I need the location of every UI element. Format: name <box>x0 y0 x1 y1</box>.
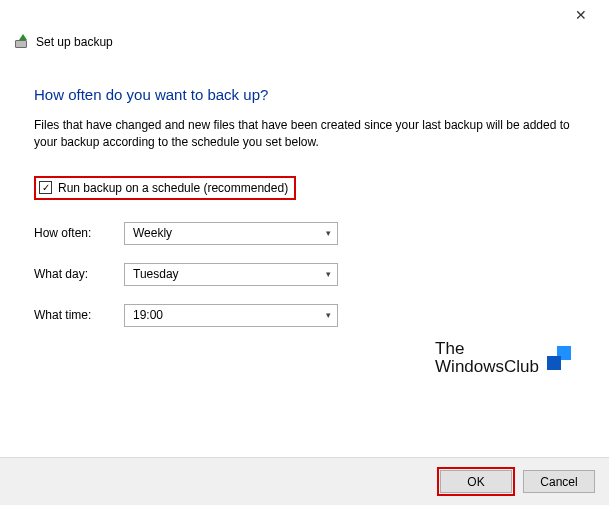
schedule-fields: How often: Weekly ▾ What day: Tuesday ▾ … <box>34 222 575 327</box>
label-how-often: How often: <box>34 226 124 240</box>
schedule-checkbox-label: Run backup on a schedule (recommended) <box>58 181 288 195</box>
select-what-day-value: Tuesday <box>133 267 179 281</box>
page-description: Files that have changed and new files th… <box>34 117 574 152</box>
ok-button-highlight: OK <box>437 467 515 496</box>
dialog-footer: OK Cancel <box>0 457 609 505</box>
select-what-time[interactable]: 19:00 ▾ <box>124 304 338 327</box>
schedule-checkbox[interactable]: ✓ <box>39 181 52 194</box>
chevron-down-icon: ▾ <box>326 310 331 320</box>
watermark-logo-icon <box>547 346 571 370</box>
dialog-body: How often do you want to back up? Files … <box>0 58 609 327</box>
watermark-text: The WindowsClub <box>435 340 539 376</box>
row-what-day: What day: Tuesday ▾ <box>34 263 575 286</box>
cancel-button[interactable]: Cancel <box>523 470 595 493</box>
close-button[interactable]: ✕ <box>561 0 601 30</box>
chevron-down-icon: ▾ <box>326 269 331 279</box>
backup-schedule-dialog: ✕ Set up backup How often do you want to… <box>0 0 609 505</box>
watermark-line2: WindowsClub <box>435 358 539 376</box>
label-what-day: What day: <box>34 267 124 281</box>
dialog-header: Set up backup <box>0 30 609 58</box>
chevron-down-icon: ▾ <box>326 228 331 238</box>
label-what-time: What time: <box>34 308 124 322</box>
select-what-day[interactable]: Tuesday ▾ <box>124 263 338 286</box>
select-how-often-value: Weekly <box>133 226 172 240</box>
close-icon: ✕ <box>575 7 587 23</box>
select-what-time-value: 19:00 <box>133 308 163 322</box>
backup-icon <box>14 34 30 50</box>
page-heading: How often do you want to back up? <box>34 86 575 103</box>
row-what-time: What time: 19:00 ▾ <box>34 304 575 327</box>
dialog-title: Set up backup <box>36 35 113 49</box>
watermark: The WindowsClub <box>435 340 571 376</box>
row-how-often: How often: Weekly ▾ <box>34 222 575 245</box>
watermark-line1: The <box>435 340 539 358</box>
schedule-checkbox-row[interactable]: ✓ Run backup on a schedule (recommended) <box>34 176 296 200</box>
titlebar: ✕ <box>0 0 609 30</box>
ok-button[interactable]: OK <box>440 470 512 493</box>
select-how-often[interactable]: Weekly ▾ <box>124 222 338 245</box>
